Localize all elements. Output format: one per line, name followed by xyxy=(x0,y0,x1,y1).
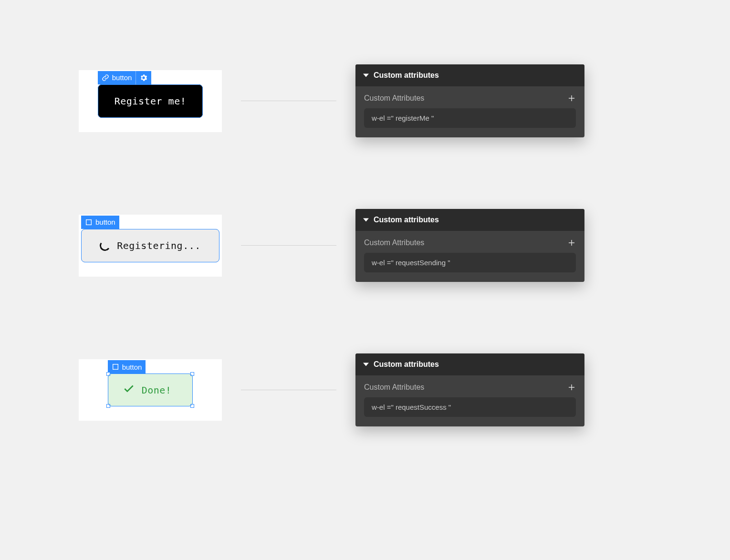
connector-line xyxy=(241,245,336,246)
panel-subheader: Custom Attributes xyxy=(364,383,576,392)
attribute-pill[interactable]: w-el =" requestSuccess " xyxy=(364,397,576,417)
plus-icon[interactable] xyxy=(567,383,576,392)
panel-header-label: Custom attributes xyxy=(374,216,439,224)
gear-icon xyxy=(140,74,147,82)
caret-down-icon xyxy=(363,73,369,78)
custom-attributes-panel: Custom attributesCustom Attributesw-el =… xyxy=(355,353,584,426)
done-button[interactable]: Done! xyxy=(108,373,193,406)
element-tag[interactable]: button xyxy=(98,71,152,84)
example-row: buttonRegistering...Custom attributesCus… xyxy=(79,209,651,282)
element-tag[interactable]: button xyxy=(108,360,146,373)
connector-line xyxy=(241,101,336,101)
panel-subheader-label: Custom Attributes xyxy=(364,94,424,103)
preview-inner: buttonRegister me! xyxy=(98,84,203,118)
plus-icon[interactable] xyxy=(567,239,576,247)
caret-down-icon xyxy=(363,362,369,367)
plus-icon[interactable] xyxy=(567,94,576,103)
element-tag-label: button xyxy=(95,218,115,226)
panel-body: Custom Attributesw-el =" requestSending … xyxy=(355,231,584,282)
panel-header[interactable]: Custom attributes xyxy=(355,64,584,86)
panel-header[interactable]: Custom attributes xyxy=(355,209,584,231)
custom-attributes-panel: Custom attributesCustom Attributesw-el =… xyxy=(355,209,584,282)
panel-body: Custom Attributesw-el =" registerMe " xyxy=(355,86,584,137)
attribute-pill[interactable]: w-el =" registerMe " xyxy=(364,108,576,128)
check-icon xyxy=(123,383,135,397)
sending-button[interactable]: Registering... xyxy=(81,229,219,262)
spinner-icon xyxy=(99,239,111,251)
square-icon xyxy=(112,363,119,371)
preview-inner: buttonRegistering... xyxy=(81,229,219,262)
element-tag-main[interactable]: button xyxy=(81,216,119,229)
selection-handle[interactable] xyxy=(106,404,110,408)
panel-body: Custom Attributesw-el =" requestSuccess … xyxy=(355,375,584,426)
preview-card: buttonRegister me! xyxy=(79,70,222,132)
square-icon xyxy=(85,218,93,226)
button-label: Register me! xyxy=(115,95,187,107)
button-label: Done! xyxy=(142,384,172,396)
panel-header-label: Custom attributes xyxy=(374,360,439,369)
attribute-pill[interactable]: w-el =" requestSending " xyxy=(364,253,576,272)
link-icon xyxy=(102,74,109,82)
panel-header-label: Custom attributes xyxy=(374,71,439,80)
panel-subheader-label: Custom Attributes xyxy=(364,383,424,392)
element-tag-action[interactable] xyxy=(136,71,151,84)
element-tag-label: button xyxy=(122,363,142,371)
panel-header[interactable]: Custom attributes xyxy=(355,353,584,375)
register-button[interactable]: Register me! xyxy=(98,84,203,118)
example-row: buttonDone!Custom attributesCustom Attri… xyxy=(79,353,651,426)
button-label: Registering... xyxy=(117,240,201,251)
element-tag-main[interactable]: button xyxy=(108,360,146,373)
panel-subheader: Custom Attributes xyxy=(364,239,576,247)
panel-subheader: Custom Attributes xyxy=(364,94,576,103)
element-tag[interactable]: button xyxy=(81,216,119,229)
selection-handle[interactable] xyxy=(190,404,194,408)
connector-line xyxy=(241,390,336,390)
preview-inner: buttonDone! xyxy=(108,373,193,406)
custom-attributes-panel: Custom attributesCustom Attributesw-el =… xyxy=(355,64,584,137)
example-row: buttonRegister me!Custom attributesCusto… xyxy=(79,64,651,137)
selection-handle[interactable] xyxy=(106,372,110,376)
preview-card: buttonRegistering... xyxy=(79,215,222,277)
preview-card: buttonDone! xyxy=(79,359,222,421)
element-tag-main[interactable]: button xyxy=(98,71,136,84)
element-tag-label: button xyxy=(112,73,132,82)
panel-subheader-label: Custom Attributes xyxy=(364,239,424,247)
caret-down-icon xyxy=(363,217,369,223)
selection-handle[interactable] xyxy=(190,372,194,376)
